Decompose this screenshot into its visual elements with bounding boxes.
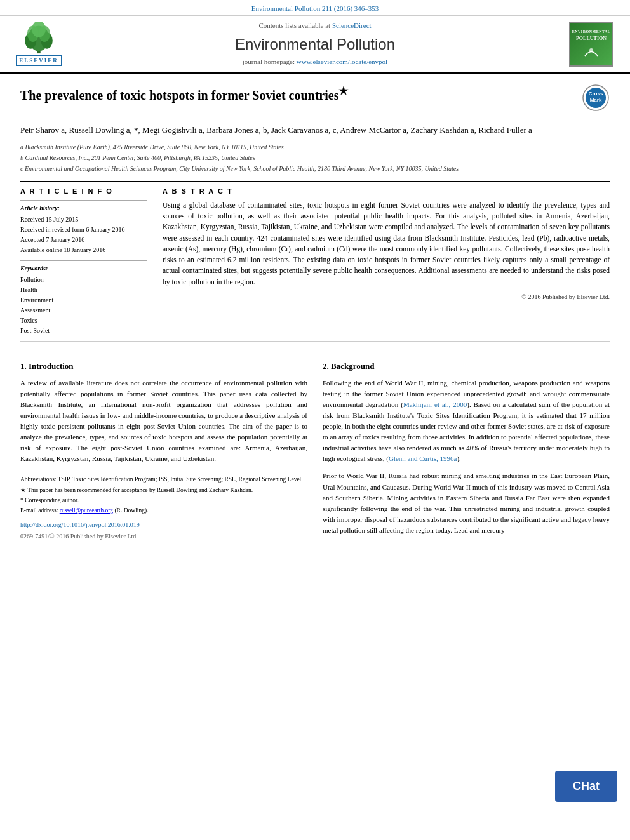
journal-doi-bar: Environmental Pollution 211 (2016) 346–3… [0,0,630,15]
authors-line: Petr Sharov a, Russell Dowling a, *, Meg… [20,124,610,137]
journal-logo-right: ENVIRONMENTAL POLLUTION [563,21,620,67]
footnote-abbrev: Abbreviations: TSIP, Toxic Sites Identif… [20,475,307,484]
paper-title-section: The prevalence of toxic hotspots in form… [20,84,610,116]
background-column: 2. Background Following the end of World… [323,360,610,542]
affiliations-section: a Blacksmith Institute (Pure Earth), 475… [20,142,610,173]
paper-title-text: The prevalence of toxic hotspots in form… [20,84,574,104]
section2-heading: 2. Background [323,360,610,373]
issn-line: 0269-7491/© 2016 Published by Elsevier L… [20,531,307,542]
sciencedirect-line: Contents lists available at ScienceDirec… [258,21,371,30]
journal-homepage-line: journal homepage: www.elsevier.com/locat… [243,57,387,67]
received-date: Received 15 July 2015 [20,215,147,225]
introduction-column: 1. Introduction A review of available li… [20,360,307,542]
article-history-heading: Article history: [20,203,147,213]
doi-link[interactable]: http://dx.doi.org/10.1016/j.envpol.2016.… [20,521,140,528]
svg-text:Cross: Cross [589,91,603,97]
body-content: 1. Introduction A review of available li… [20,352,610,542]
divider-1 [20,181,610,182]
journal-title: Environmental Pollution [235,34,395,55]
footnote-corresponding: * Corresponding author. [20,496,307,505]
journal-homepage-link[interactable]: www.elsevier.com/locate/envpol [297,58,387,65]
elsevier-tree-icon [20,22,58,54]
env-pollution-badge: ENVIRONMENTAL POLLUTION [569,22,613,67]
elsevier-logo-section: ELSEVIER [10,21,67,67]
abstract-section: A B S T R A C T Using a global database … [163,187,610,336]
bottom-doi-link: http://dx.doi.org/10.1016/j.envpol.2016.… [20,520,307,530]
affiliation-b: b Cardinal Resources, Inc., 201 Penn Cen… [20,153,610,163]
ref-makhijani[interactable]: Makhijani et al., 2000 [403,401,467,408]
abstract-heading: A B S T R A C T [163,187,610,196]
available-date: Available online 18 January 2016 [20,245,147,255]
journal-header: ELSEVIER Contents lists available at Sci… [0,15,630,73]
copyright-line: © 2016 Published by Elsevier Ltd. [163,293,610,302]
keyword-1: Pollution [20,275,147,285]
received-revised-date: Received in revised form 6 January 2016 [20,225,147,235]
article-history: Article history: Received 15 July 2015 R… [20,200,147,255]
sciencedirect-link[interactable]: ScienceDirect [332,22,372,29]
accepted-date: Accepted 7 January 2016 [20,235,147,245]
keyword-5: Toxics [20,316,147,326]
email-link[interactable]: russell@pureearth.org [60,507,113,514]
journal-doi-text: Environmental Pollution 211 (2016) 346–3… [251,4,379,12]
footnote-email: E-mail address: russell@pureearth.org (R… [20,506,307,515]
keyword-3: Environment [20,295,147,305]
journal-header-center: Contents lists available at ScienceDirec… [75,21,555,67]
keyword-6: Post-Soviet [20,326,147,336]
abstract-text: Using a global database of contaminated … [163,200,610,288]
article-info-heading: A R T I C L E I N F O [20,187,147,196]
paper-content: The prevalence of toxic hotspots in form… [0,74,630,552]
keywords-heading: Keywords: [20,263,147,274]
affiliation-c: c Environmental and Occupational Health … [20,164,610,173]
svg-text:Mark: Mark [590,97,602,103]
keyword-4: Assessment [20,305,147,316]
info-abstract-section: A R T I C L E I N F O Article history: R… [20,187,610,336]
ref-glenn-curtis[interactable]: Glenn and Curtis, 1996a [389,455,457,462]
divider-2 [20,341,610,342]
keyword-2: Health [20,285,147,295]
elsevier-label: ELSEVIER [16,55,62,66]
svg-point-7 [589,48,593,52]
crossmark-badge: Cross Mark [582,84,610,116]
section1-heading: 1. Introduction [20,360,307,373]
footnotes: Abbreviations: TSIP, Toxic Sites Identif… [20,472,307,515]
chat-button[interactable]: CHat [555,771,617,802]
background-paragraph-1: Following the end of World War II, minin… [323,378,610,464]
article-info-column: A R T I C L E I N F O Article history: R… [20,187,147,336]
affiliation-a: a Blacksmith Institute (Pure Earth), 475… [20,142,610,152]
background-paragraph-2: Prior to World War II, Russia had robust… [323,470,610,535]
intro-paragraph: A review of available literature does no… [20,378,307,464]
footnote-recommendation: ★ This paper has been recommended for ac… [20,486,307,495]
elsevier-logo: ELSEVIER [16,22,62,66]
keywords-section: Keywords: Pollution Health Environment A… [20,260,147,336]
